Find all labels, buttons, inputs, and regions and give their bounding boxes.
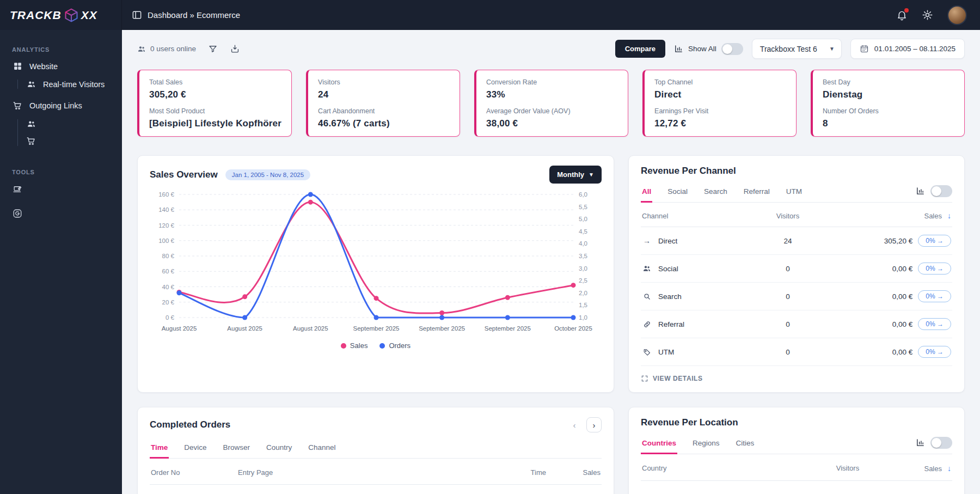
prev-page-button[interactable]: ‹: [567, 417, 582, 432]
logo-text-left: TRACKB: [10, 9, 62, 22]
percent-badge[interactable]: 0% →: [918, 346, 951, 358]
cart-icon: [12, 101, 23, 111]
kpi-value: 38,00 €: [486, 118, 618, 129]
svg-text:4,5: 4,5: [579, 228, 587, 235]
sidebar-section-tools: TOOLS: [12, 169, 122, 175]
sort-desc-icon[interactable]: ↓: [947, 211, 951, 220]
date-range-value: 01.01.2005 – 08.11.2025: [874, 45, 955, 53]
filter-icon[interactable]: [208, 44, 218, 54]
percent-badge[interactable]: 0% →: [918, 235, 951, 247]
sidebar-item-outgoing-links[interactable]: [12, 184, 122, 194]
link-icon: [642, 320, 652, 328]
kpi-value: 305,20 €: [149, 89, 281, 100]
next-page-button[interactable]: ›: [586, 417, 602, 432]
tab-channel[interactable]: Channel: [307, 439, 336, 459]
show-all-label: Show All: [688, 45, 716, 53]
tab-browser[interactable]: Browser: [222, 439, 252, 459]
kpi-label: Average Order Value (AOV): [486, 107, 618, 115]
svg-text:August 2025: August 2025: [227, 325, 262, 332]
kpi-value: Direct: [654, 89, 786, 100]
percent-badge[interactable]: 0% →: [918, 290, 951, 302]
tab-search[interactable]: Search: [703, 183, 728, 203]
tab-utm[interactable]: UTM: [785, 183, 803, 203]
tab-time[interactable]: Time: [150, 439, 169, 459]
date-range-picker[interactable]: 01.01.2005 – 08.11.2025: [850, 39, 965, 59]
calendar-icon: [860, 44, 869, 53]
location-chart-toggle[interactable]: [930, 437, 952, 449]
bell-icon[interactable]: [896, 9, 908, 21]
kpi-value: 12,72 €: [654, 118, 786, 129]
interval-select-button[interactable]: Monthly ▼: [549, 166, 602, 184]
svg-text:5,5: 5,5: [579, 204, 587, 210]
tab-referral[interactable]: Referral: [743, 183, 771, 203]
sidebar: ANALYTICS Website Real-time Visitors: [0, 30, 122, 494]
channel-table-header: Channel Visitors Sales↓: [641, 203, 952, 227]
sidebar-item-label: Outgoing Links: [29, 101, 82, 110]
users-icon: [26, 119, 36, 129]
sort-desc-icon[interactable]: ↓: [947, 464, 951, 473]
kpi-label: Top Channel: [654, 78, 786, 86]
svg-text:140 €: 140 €: [158, 206, 174, 213]
channel-tabs: All Social Search Referral UTM: [641, 183, 952, 203]
page-toolbar: 0 users online Compare Show: [137, 39, 965, 59]
kpi-card-visitors: Visitors 24 Cart Abandonment 46.67% (7 c…: [306, 70, 460, 137]
brand-logo[interactable]: TRACKB XX: [0, 0, 122, 30]
breadcrumb: Dashboard » Ecommerce: [122, 10, 240, 20]
sidebar-item-label: Real-time Visitors: [43, 80, 105, 89]
main-content: 0 users online Compare Show: [122, 30, 980, 494]
kpi-value: 33%: [486, 89, 618, 100]
sales-orders-chart[interactable]: 160 €140 €120 €100 €80 €60 €40 €20 €0 €6…: [150, 188, 601, 336]
sidebar-item-cart-abandonment[interactable]: [26, 136, 122, 146]
sidebar-toggle-icon[interactable]: [132, 10, 142, 20]
table-row-social[interactable]: Social 0 0,00 €0% →: [641, 255, 952, 283]
legend-label: Orders: [389, 341, 411, 350]
users-icon: [26, 80, 36, 89]
legend-item-orders[interactable]: Orders: [379, 341, 411, 350]
table-row-direct[interactable]: →Direct 24 305,20 €0% →: [641, 227, 952, 255]
table-row-utm[interactable]: UTM 0 0,00 €0% →: [641, 338, 952, 366]
avatar[interactable]: [947, 5, 967, 25]
table-row-referral[interactable]: Referral 0 0,00 €0% →: [641, 310, 952, 338]
download-icon[interactable]: [230, 44, 240, 54]
sidebar-item-ecommerce-realtime-visitors[interactable]: [26, 119, 122, 129]
legend-dot: [379, 343, 385, 349]
legend-dot: [341, 343, 346, 349]
tab-device[interactable]: Device: [183, 439, 207, 459]
tab-country[interactable]: Country: [265, 439, 293, 459]
sidebar-item-website-realtime-visitors[interactable]: Real-time Visitors: [26, 80, 122, 89]
chevron-down-icon: ▼: [589, 172, 594, 178]
svg-text:September 2025: September 2025: [485, 325, 531, 332]
page-title-sales-overview: Sales Overview: [150, 169, 218, 180]
svg-text:September 2025: September 2025: [419, 325, 465, 332]
tab-social[interactable]: Social: [666, 183, 689, 203]
svg-text:3,0: 3,0: [579, 265, 587, 272]
app-window: TRACKB XX Dashboard » Ecommerce: [0, 0, 980, 494]
svg-text:1,0: 1,0: [579, 314, 587, 321]
tag-icon: [642, 348, 652, 356]
kpi-label: Cart Abandonment: [318, 107, 450, 115]
gear-icon[interactable]: [922, 9, 933, 21]
svg-text:160 €: 160 €: [158, 191, 174, 198]
svg-text:August 2025: August 2025: [162, 325, 197, 332]
legend-item-sales[interactable]: Sales: [341, 341, 368, 350]
view-details-link[interactable]: VIEW DETAILS: [641, 366, 952, 382]
percent-badge[interactable]: 0% →: [918, 263, 951, 275]
revenue-per-channel-panel: Revenue Per Channel All Social Search Re…: [628, 155, 965, 393]
tab-regions[interactable]: Regions: [691, 435, 721, 454]
sidebar-item-website[interactable]: Website: [12, 62, 122, 71]
percent-badge[interactable]: 0% →: [918, 318, 951, 330]
table-row-search[interactable]: Search 0 0,00 €0% →: [641, 283, 952, 310]
project-select[interactable]: Trackboxx Test 6 ▼: [752, 39, 842, 59]
compare-button[interactable]: Compare: [615, 40, 665, 58]
outgoing-links-icon: [12, 184, 23, 194]
svg-text:2,5: 2,5: [579, 277, 587, 284]
channel-chart-toggle[interactable]: [930, 185, 952, 197]
tab-all[interactable]: All: [641, 183, 652, 203]
tab-countries[interactable]: Countries: [641, 435, 677, 454]
sidebar-item-google-console[interactable]: [12, 209, 122, 218]
date-badge: Jan 1, 2005 - Nov 8, 2025: [225, 169, 310, 180]
sidebar-item-ecommerce[interactable]: Outgoing Links: [12, 101, 122, 111]
bar-chart-icon: [916, 438, 925, 447]
show-all-toggle[interactable]: [721, 43, 743, 55]
tab-cities[interactable]: Cities: [735, 435, 756, 454]
